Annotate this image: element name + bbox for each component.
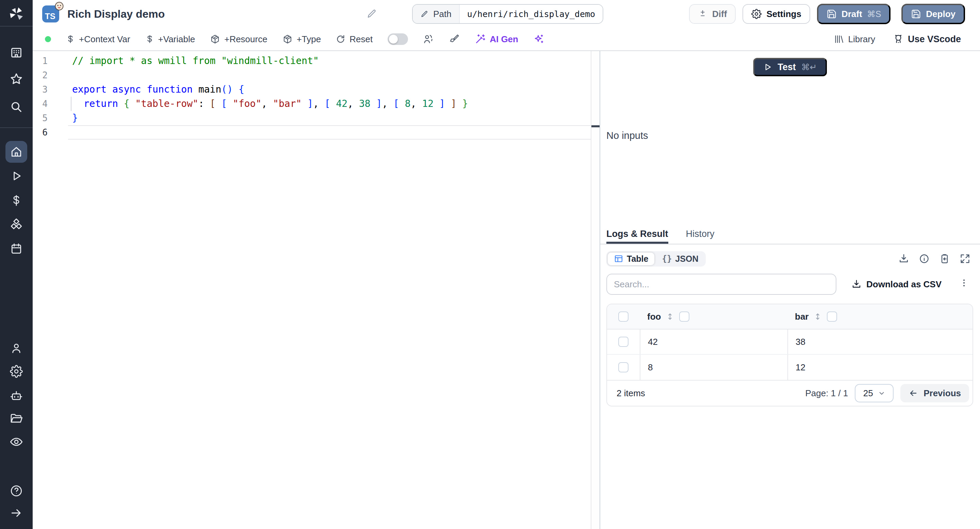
sidebar-item-home[interactable] (5, 141, 27, 163)
draft-button[interactable]: Draft ⌘S (817, 4, 891, 24)
view-toggle-json[interactable]: {} JSON (656, 253, 705, 265)
download-csv-button[interactable]: Download as CSV (851, 279, 942, 290)
settings-button[interactable]: Settings (743, 4, 810, 24)
main-area: TS Rich Display demo Path u/henri/rich_d… (33, 0, 980, 529)
copy-result-clipboard-icon[interactable] (939, 253, 950, 264)
reset-button[interactable]: Reset (336, 34, 372, 45)
line-numbers: 123456 (33, 51, 68, 529)
column-filter-checkbox-foo[interactable] (679, 311, 689, 322)
search-input[interactable] (606, 274, 837, 295)
add-variable-button[interactable]: +Variable (145, 34, 195, 45)
gear-icon (751, 9, 762, 19)
expand-sidebar-icon[interactable] (10, 507, 23, 519)
result-tabs: Logs & Result History (600, 226, 980, 244)
sidebar-item-schedules[interactable] (10, 242, 23, 255)
code-lines: // import * as wmill from "windmill-clie… (68, 54, 591, 140)
sidebar-item-settings[interactable] (10, 365, 23, 378)
select-all-checkbox[interactable] (618, 311, 628, 322)
sidebar-item-resources[interactable] (10, 218, 23, 231)
sidebar-item-user[interactable] (10, 342, 23, 355)
search-icon[interactable] (10, 100, 23, 114)
table-row[interactable]: 42 38 (607, 330, 972, 355)
favorites-star-icon[interactable] (10, 72, 23, 86)
sidebar-divider (0, 26, 33, 27)
chevron-down-icon (878, 389, 885, 397)
sidebar-item-variables[interactable] (10, 194, 23, 207)
table-icon (614, 254, 624, 263)
ai-gen-button[interactable]: AI Gen (475, 34, 518, 45)
users-icon (423, 34, 434, 45)
multiplayer-toggle[interactable] (388, 33, 408, 45)
help-icon[interactable] (10, 484, 23, 498)
sidebar-item-runs[interactable] (10, 169, 23, 182)
indent-guide (71, 97, 72, 111)
right-panel: Test ⌘↵ No inputs Logs & Result History (600, 51, 980, 529)
page-size-select[interactable]: 25 (855, 384, 894, 402)
library-icon (834, 34, 844, 44)
column-header-foo[interactable]: foo (647, 311, 661, 322)
diff-icon (698, 9, 708, 19)
download-icon (851, 279, 862, 289)
sidebar-item-audit-logs[interactable] (10, 435, 23, 449)
path-button[interactable]: Path u/henri/rich_display_demo (412, 4, 603, 24)
sidebar-item-folders[interactable] (10, 412, 23, 425)
draft-shortcut: ⌘S (867, 9, 881, 19)
wand-icon (475, 34, 485, 45)
refresh-icon (336, 34, 345, 44)
sidebar-item-workers[interactable] (10, 389, 23, 402)
sparkles-icon[interactable] (533, 34, 544, 45)
result-action-icons (898, 253, 973, 264)
deploy-button[interactable]: Deploy (901, 4, 965, 24)
pagination: Page: 1 / 1 25 Previous (805, 384, 972, 402)
info-icon[interactable] (919, 253, 930, 264)
sidebar (0, 0, 33, 529)
vscode-cat-icon (893, 34, 904, 45)
expand-icon[interactable] (959, 253, 970, 264)
view-toggle-table[interactable]: Table (608, 253, 654, 265)
save-icon (911, 9, 921, 19)
test-button[interactable]: Test ⌘↵ (753, 58, 827, 76)
code-area[interactable]: // import * as wmill from "windmill-clie… (68, 51, 591, 529)
download-icon[interactable] (898, 253, 909, 264)
sort-icon[interactable] (666, 312, 675, 321)
windmill-script-editor: TS Rich Display demo Path u/henri/rich_d… (0, 0, 980, 529)
arrow-left-icon (908, 389, 918, 398)
tab-logs-result[interactable]: Logs & Result (606, 226, 668, 244)
package-icon (210, 34, 220, 44)
sort-icon[interactable] (813, 312, 822, 321)
save-icon (827, 9, 837, 19)
path-label-segment: Path (413, 5, 459, 23)
add-context-var-button[interactable]: +Context Var (66, 34, 130, 45)
overview-ruler[interactable] (591, 51, 600, 529)
play-icon (763, 63, 772, 72)
column-filter-checkbox-bar[interactable] (827, 311, 837, 322)
tab-history[interactable]: History (686, 226, 714, 244)
column-header-bar[interactable]: bar (795, 311, 808, 322)
cell-bar: 12 (788, 355, 972, 380)
result-table: foo bar 42 (606, 304, 973, 406)
use-vscode-button[interactable]: Use VScode (893, 34, 961, 45)
windmill-logo-icon[interactable] (8, 6, 24, 22)
add-resource-button[interactable]: +Resource (210, 34, 267, 45)
code-editor[interactable]: 123456 // import * as wmill from "windmi… (33, 51, 600, 529)
workspace-building-icon[interactable] (10, 46, 23, 59)
workspace: 123456 // import * as wmill from "windmi… (33, 51, 980, 529)
table-footer: 2 items Page: 1 / 1 25 Previous (607, 380, 972, 406)
row-checkbox[interactable] (618, 362, 628, 373)
table-row[interactable]: 8 12 (607, 355, 972, 380)
path-value: u/henri/rich_display_demo (459, 5, 603, 23)
result-content: Table {} JSON (600, 244, 980, 529)
format-brush-icon[interactable] (449, 34, 460, 45)
previous-page-button[interactable]: Previous (900, 384, 969, 402)
row-checkbox[interactable] (618, 337, 628, 347)
dollar-icon (66, 35, 75, 43)
table-header-row: foo bar (607, 304, 972, 330)
diff-button[interactable]: Diff (689, 4, 736, 24)
cell-foo: 8 (640, 355, 788, 380)
add-type-button[interactable]: +Type (282, 34, 321, 45)
no-inputs-label: No inputs (606, 130, 648, 141)
table-menu-kebab-icon[interactable] (959, 278, 969, 291)
edit-summary-pencil-icon[interactable] (366, 8, 377, 22)
library-button[interactable]: Library (834, 34, 875, 45)
page-indicator: Page: 1 / 1 (805, 388, 848, 398)
